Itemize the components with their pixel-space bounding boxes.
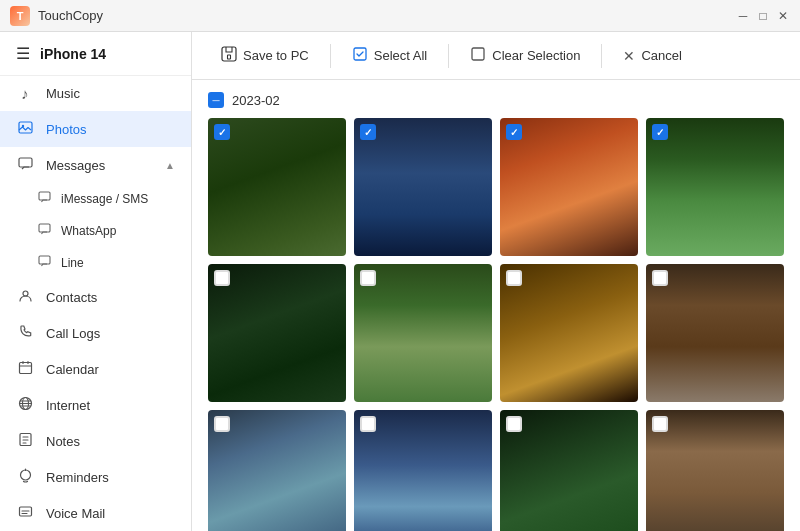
save-icon (221, 46, 237, 65)
sidebar-item-contacts[interactable]: Contacts (0, 279, 191, 315)
photo-cell-10[interactable] (354, 410, 492, 531)
svg-rect-2 (19, 158, 32, 167)
date-label: 2023-02 (232, 93, 280, 108)
sidebar-item-messages[interactable]: Messages ▲ (0, 147, 191, 183)
contacts-icon (16, 288, 34, 306)
sidebar-item-imessage[interactable]: iMessage / SMS (0, 183, 191, 215)
line-icon (38, 255, 51, 271)
calendar-icon (16, 360, 34, 378)
photo-cell-11[interactable] (500, 410, 638, 531)
minimize-button[interactable]: ─ (736, 9, 750, 23)
photo-grid (208, 118, 784, 531)
photo-checkbox-2[interactable] (360, 124, 376, 140)
date-header: ─ 2023-02 (208, 92, 784, 108)
sidebar-item-calendar[interactable]: Calendar (0, 351, 191, 387)
svg-rect-14 (228, 55, 231, 59)
sidebar-item-reminders[interactable]: Reminders (0, 459, 191, 495)
hamburger-icon[interactable]: ☰ (16, 44, 30, 63)
sidebar-item-music[interactable]: ♪ Music (0, 76, 191, 111)
photo-checkbox-12[interactable] (652, 416, 668, 432)
photo-checkbox-11[interactable] (506, 416, 522, 432)
photo-cell-6[interactable] (354, 264, 492, 402)
sidebar-item-photos[interactable]: Photos (0, 111, 191, 147)
photo-checkbox-3[interactable] (506, 124, 522, 140)
save-to-pc-button[interactable]: Save to PC (208, 39, 322, 72)
toolbar-separator-2 (448, 44, 449, 68)
sidebar-label-photos: Photos (46, 122, 175, 137)
calllogs-icon (16, 324, 34, 342)
sidebar-label-music: Music (46, 86, 175, 101)
chevron-up-icon: ▲ (165, 160, 175, 171)
calllogs-label: Call Logs (46, 326, 175, 341)
photo-cell-5[interactable] (208, 264, 346, 402)
messages-icon (16, 156, 34, 174)
date-group-checkbox[interactable]: ─ (208, 92, 224, 108)
titlebar: T TouchCopy ─ □ ✕ (0, 0, 800, 32)
reminders-icon (16, 468, 34, 486)
photo-checkbox-9[interactable] (214, 416, 230, 432)
close-button[interactable]: ✕ (776, 9, 790, 23)
svg-rect-4 (39, 224, 50, 232)
whatsapp-icon (38, 223, 51, 239)
select-all-label: Select All (374, 48, 427, 63)
sidebar-item-notes[interactable]: Notes (0, 423, 191, 459)
toolbar-separator-1 (330, 44, 331, 68)
photo-checkbox-10[interactable] (360, 416, 376, 432)
sidebar-item-voicemail[interactable]: Voice Mail (0, 495, 191, 531)
photo-cell-9[interactable] (208, 410, 346, 531)
photo-cell-2[interactable] (354, 118, 492, 256)
photo-checkbox-6[interactable] (360, 270, 376, 286)
app-body: ☰ iPhone 14 ♪ Music Photos Messages ▲ iM… (0, 32, 800, 531)
svg-rect-15 (354, 48, 366, 60)
imessage-icon (38, 191, 51, 207)
main-content: Save to PC Select All Clear Selection ✕ … (192, 32, 800, 531)
photo-cell-8[interactable] (646, 264, 784, 402)
save-to-pc-label: Save to PC (243, 48, 309, 63)
notes-label: Notes (46, 434, 175, 449)
sidebar: ☰ iPhone 14 ♪ Music Photos Messages ▲ iM… (0, 32, 192, 531)
svg-point-6 (23, 291, 28, 296)
photo-checkbox-7[interactable] (506, 270, 522, 286)
clear-selection-icon (470, 46, 486, 65)
voicemail-icon (16, 504, 34, 522)
cancel-icon: ✕ (623, 48, 635, 64)
toolbar-separator-3 (601, 44, 602, 68)
clear-selection-label: Clear Selection (492, 48, 580, 63)
svg-rect-3 (39, 192, 50, 200)
photo-cell-7[interactable] (500, 264, 638, 402)
photo-checkbox-8[interactable] (652, 270, 668, 286)
music-icon: ♪ (16, 85, 34, 102)
line-label: Line (61, 256, 84, 270)
app-name: TouchCopy (38, 8, 736, 23)
device-name: iPhone 14 (40, 46, 106, 62)
sidebar-item-line[interactable]: Line (0, 247, 191, 279)
cancel-label: Cancel (641, 48, 681, 63)
cancel-button[interactable]: ✕ Cancel (610, 41, 694, 71)
photo-checkbox-4[interactable] (652, 124, 668, 140)
calendar-label: Calendar (46, 362, 175, 377)
photo-cell-4[interactable] (646, 118, 784, 256)
internet-icon (16, 396, 34, 414)
sidebar-item-internet[interactable]: Internet (0, 387, 191, 423)
svg-rect-7 (19, 363, 31, 374)
notes-icon (16, 432, 34, 450)
window-controls: ─ □ ✕ (736, 9, 790, 23)
imessage-label: iMessage / SMS (61, 192, 148, 206)
photo-cell-12[interactable] (646, 410, 784, 531)
svg-rect-16 (472, 48, 484, 60)
photo-checkbox-1[interactable] (214, 124, 230, 140)
photo-area: ─ 2023-02 (192, 80, 800, 531)
clear-selection-button[interactable]: Clear Selection (457, 39, 593, 72)
select-all-button[interactable]: Select All (339, 39, 440, 72)
toolbar: Save to PC Select All Clear Selection ✕ … (192, 32, 800, 80)
whatsapp-label: WhatsApp (61, 224, 116, 238)
sidebar-item-calllogs[interactable]: Call Logs (0, 315, 191, 351)
reminders-label: Reminders (46, 470, 175, 485)
sidebar-label-messages: Messages (46, 158, 153, 173)
sidebar-item-whatsapp[interactable]: WhatsApp (0, 215, 191, 247)
photo-checkbox-5[interactable] (214, 270, 230, 286)
internet-label: Internet (46, 398, 175, 413)
photo-cell-1[interactable] (208, 118, 346, 256)
photo-cell-3[interactable] (500, 118, 638, 256)
maximize-button[interactable]: □ (756, 9, 770, 23)
